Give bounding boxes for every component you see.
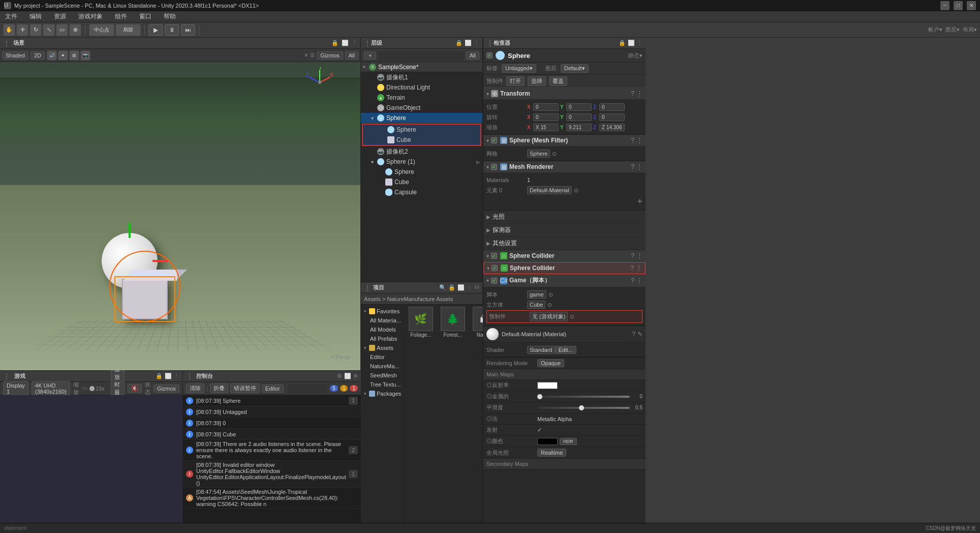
proj-all-prefabs[interactable]: All Prefabs: [361, 334, 404, 343]
hier-sphere1-child[interactable]: Sphere: [361, 167, 482, 177]
console-entry-6[interactable]: ⚠[08:47:54] Assets\SeedMesh\Jungle-Tropi…: [183, 488, 361, 509]
console-search[interactable]: [288, 384, 326, 393]
editor-dropdown[interactable]: Editor: [262, 384, 284, 393]
console-entry-1[interactable]: i[08:07:39] Untagged: [183, 406, 361, 418]
object-active-checkbox[interactable]: ✓: [486, 52, 493, 58]
scene-menu-icon[interactable]: ⋮: [352, 40, 357, 46]
proj-packages[interactable]: ▾ Packages: [361, 389, 404, 398]
mesh-filter-header[interactable]: ▾ ✓ ▦ Sphere (Mesh Filter) ? ⋮: [483, 135, 646, 146]
meshrenderer-check[interactable]: ✓: [491, 164, 497, 170]
scene-audio-btn[interactable]: 🔊: [47, 50, 57, 61]
sc1-menu[interactable]: ⋮: [636, 252, 642, 259]
prefab-target-icon[interactable]: ⊙: [570, 313, 574, 320]
emission-color-swatch[interactable]: [537, 438, 558, 445]
pause-button[interactable]: ⏸: [165, 24, 179, 36]
project-maximize-icon[interactable]: ⬜: [457, 284, 465, 291]
maximize-button[interactable]: □: [954, 1, 963, 10]
console-entry-0[interactable]: i[08:07:39] Sphere1: [183, 395, 361, 406]
proj-editor[interactable]: Editor: [361, 352, 404, 362]
game-gizmos-btn[interactable]: Gizmos: [154, 384, 179, 393]
scene-grid-btn[interactable]: ⊞: [69, 50, 79, 61]
hierarchy-search[interactable]: [378, 51, 464, 60]
sc2-menu[interactable]: ⋮: [636, 264, 642, 272]
add-material-btn[interactable]: +: [637, 196, 642, 207]
meshfilter-help[interactable]: ?: [631, 137, 634, 144]
step-button[interactable]: ⏭: [181, 24, 195, 36]
rot-y-val[interactable]: 0: [566, 113, 592, 121]
game-view[interactable]: [0, 395, 182, 533]
game-menu-icon[interactable]: ⋮: [174, 373, 179, 379]
mute-btn[interactable]: 🔇: [128, 384, 142, 393]
edit-shader-btn[interactable]: Edit...: [555, 346, 576, 354]
console-lock-icon[interactable]: ⚙: [337, 373, 342, 379]
console-entry-5[interactable]: ![08:07:39] Invalid editor window UnityE…: [183, 461, 361, 488]
pivot-toggle[interactable]: 中心点: [89, 24, 114, 36]
scale-tool-button[interactable]: ⤡: [43, 24, 55, 36]
script-target-icon[interactable]: ⊙: [548, 291, 553, 298]
inspector-menu-icon[interactable]: ⋮: [637, 40, 642, 46]
menu-assets[interactable]: 资源: [52, 11, 68, 22]
rot-x-val[interactable]: 0: [533, 113, 559, 121]
smoothness-slider[interactable]: [537, 407, 630, 409]
hierarchy-content[interactable]: ▾ S SampleScene* 📷 摄像机1 ☀ Directional Li…: [361, 62, 482, 282]
preset-override-btn[interactable]: 覆盖: [549, 76, 567, 86]
project-settings-icon[interactable]: 11: [474, 284, 479, 291]
element0-target-icon[interactable]: ⊙: [574, 187, 578, 194]
other-section-header[interactable]: ▶ 其他设置: [483, 237, 646, 250]
mat-edit[interactable]: ✎: [637, 331, 642, 338]
hier-gameobj[interactable]: ⬡ GameObject: [361, 103, 482, 113]
asset-item-0[interactable]: 🌿Foliage...: [407, 307, 435, 531]
pos-x-val[interactable]: 0: [533, 103, 559, 111]
shader-value[interactable]: Standard: [527, 346, 555, 354]
gs-check[interactable]: ✓: [491, 278, 497, 284]
transform-tool-button[interactable]: ⊕: [69, 24, 81, 36]
mesh-renderer-header[interactable]: ▾ ✓ ▦ Mesh Renderer ? ⋮: [483, 161, 646, 173]
probe-section-header[interactable]: ▶ 探测器: [483, 224, 646, 237]
inspector-lock-icon[interactable]: 🔒: [619, 40, 626, 46]
scale-slider-thumb[interactable]: [89, 386, 95, 391]
project-lock-icon[interactable]: 🔒: [448, 284, 455, 291]
minimize-button[interactable]: ─: [940, 1, 950, 10]
menu-file[interactable]: 文件: [3, 11, 19, 22]
hierarchy-menu-icon[interactable]: ⋮: [474, 40, 479, 46]
sc1-check[interactable]: ✓: [491, 253, 497, 259]
display-dropdown[interactable]: Display 1: [3, 381, 28, 396]
mesh-target-icon[interactable]: ⊙: [552, 151, 557, 157]
menu-gameobject[interactable]: 游戏对象: [76, 11, 105, 22]
hier-camera2[interactable]: 📷 摄像机2: [361, 146, 482, 157]
console-entry-3[interactable]: i[08:07:39] Cube: [183, 429, 361, 440]
rotate-tool-button[interactable]: ↻: [29, 24, 42, 36]
hand-tool-button[interactable]: ✋: [3, 24, 15, 36]
hierarchy-scene-row[interactable]: ▾ S SampleScene*: [361, 62, 482, 72]
resolution-dropdown[interactable]: 4K UHD (3840x2160): [32, 381, 70, 396]
hier-camera1[interactable]: 📷 摄像机1: [361, 72, 482, 82]
pos-z-val[interactable]: 0: [599, 103, 625, 111]
hier-terrain[interactable]: ▲ Terrain: [361, 93, 482, 103]
proj-assets[interactable]: ▾ Assets: [361, 343, 404, 352]
hier-dirlight[interactable]: ☀ Directional Light: [361, 82, 482, 93]
scale-x-val[interactable]: X 15: [533, 124, 559, 131]
hierarchy-all-btn[interactable]: All: [466, 51, 479, 60]
scale-y-val[interactable]: 9.211: [566, 124, 592, 131]
menu-window[interactable]: 窗口: [137, 11, 154, 22]
cuboid-value[interactable]: Cube: [527, 301, 545, 309]
move-tool-button[interactable]: ✛: [16, 24, 28, 36]
scene-maximize-icon[interactable]: ⬜: [342, 40, 349, 46]
project-menu-icon[interactable]: ⋮: [467, 284, 472, 291]
hier-capsule[interactable]: Capsule: [361, 187, 482, 197]
prefab-value[interactable]: 无 (游戏对象): [530, 312, 568, 321]
light-section-header[interactable]: ▶ 光照: [483, 211, 646, 224]
albedo-swatch[interactable]: [537, 382, 558, 389]
shading-dropdown[interactable]: Shaded: [2, 51, 28, 60]
sc2-help[interactable]: ?: [630, 264, 634, 272]
hierarchy-maximize-icon[interactable]: ⬜: [465, 40, 472, 46]
asset-item-1[interactable]: 🌲Forest...: [439, 307, 467, 531]
proj-favorites[interactable]: ▾ Favorites: [361, 307, 404, 316]
meshrenderer-menu[interactable]: ⋮: [636, 163, 642, 170]
transform-component-header[interactable]: ▾ ⊕ Transform ? ⋮: [483, 88, 646, 100]
transform-help-icon[interactable]: ?: [631, 90, 634, 97]
meshfilter-menu[interactable]: ⋮: [636, 137, 642, 144]
gizmos-dropdown[interactable]: Gizmos: [317, 51, 343, 60]
mesh-value[interactable]: Sphere: [527, 150, 550, 158]
object-name[interactable]: Sphere: [508, 52, 530, 60]
